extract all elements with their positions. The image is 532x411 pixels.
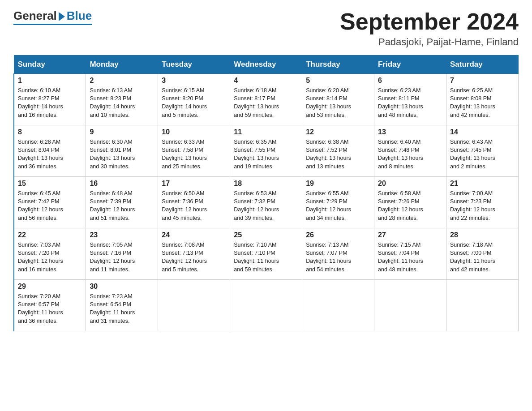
day-info: Sunrise: 6:20 AMSunset: 8:14 PMDaylight:… <box>306 86 370 119</box>
logo-underline <box>13 24 92 25</box>
day-info: Sunrise: 6:55 AMSunset: 7:29 PMDaylight:… <box>306 189 370 222</box>
calendar-week-row: 1 Sunrise: 6:10 AMSunset: 8:27 PMDayligh… <box>14 74 519 125</box>
day-info: Sunrise: 6:35 AMSunset: 7:55 PMDaylight:… <box>234 138 298 171</box>
day-info: Sunrise: 7:18 AMSunset: 7:00 PMDaylight:… <box>450 241 515 274</box>
col-saturday: Saturday <box>446 56 519 74</box>
day-info: Sunrise: 6:50 AMSunset: 7:36 PMDaylight:… <box>162 189 226 222</box>
col-tuesday: Tuesday <box>158 56 230 74</box>
day-info: Sunrise: 7:13 AMSunset: 7:07 PMDaylight:… <box>306 241 370 274</box>
table-row: 24 Sunrise: 7:08 AMSunset: 7:13 PMDaylig… <box>158 228 230 280</box>
table-row: 4 Sunrise: 6:18 AMSunset: 8:17 PMDayligh… <box>230 74 302 125</box>
day-number: 21 <box>450 180 515 188</box>
table-row: 19 Sunrise: 6:55 AMSunset: 7:29 PMDaylig… <box>302 177 374 228</box>
day-info: Sunrise: 6:18 AMSunset: 8:17 PMDaylight:… <box>234 86 298 119</box>
day-number: 16 <box>90 180 154 188</box>
table-row: 25 Sunrise: 7:10 AMSunset: 7:10 PMDaylig… <box>230 228 302 280</box>
table-row <box>302 280 374 331</box>
day-number: 18 <box>234 180 298 188</box>
table-row: 12 Sunrise: 6:38 AMSunset: 7:52 PMDaylig… <box>302 125 374 177</box>
table-row: 17 Sunrise: 6:50 AMSunset: 7:36 PMDaylig… <box>158 177 230 228</box>
table-row: 26 Sunrise: 7:13 AMSunset: 7:07 PMDaylig… <box>302 228 374 280</box>
day-number: 15 <box>18 180 82 188</box>
table-row: 8 Sunrise: 6:28 AMSunset: 8:04 PMDayligh… <box>14 125 86 177</box>
table-row: 2 Sunrise: 6:13 AMSunset: 8:23 PMDayligh… <box>86 74 158 125</box>
day-number: 4 <box>234 77 298 85</box>
day-number: 29 <box>18 283 82 291</box>
day-number: 1 <box>18 77 82 85</box>
day-info: Sunrise: 7:10 AMSunset: 7:10 PMDaylight:… <box>234 241 298 274</box>
table-row: 18 Sunrise: 6:53 AMSunset: 7:32 PMDaylig… <box>230 177 302 228</box>
day-number: 19 <box>306 180 370 188</box>
day-info: Sunrise: 7:03 AMSunset: 7:20 PMDaylight:… <box>18 241 82 274</box>
day-info: Sunrise: 6:23 AMSunset: 8:11 PMDaylight:… <box>378 86 442 119</box>
col-sunday: Sunday <box>14 56 86 74</box>
day-info: Sunrise: 6:58 AMSunset: 7:26 PMDaylight:… <box>378 189 442 222</box>
day-number: 11 <box>234 128 298 136</box>
day-info: Sunrise: 6:33 AMSunset: 7:58 PMDaylight:… <box>162 138 226 171</box>
page-header: General Blue September 2024 Padasjoki, P… <box>13 9 519 48</box>
day-number: 2 <box>90 77 154 85</box>
table-row: 20 Sunrise: 6:58 AMSunset: 7:26 PMDaylig… <box>374 177 446 228</box>
day-number: 7 <box>450 77 515 85</box>
calendar-title: September 2024 <box>340 9 519 34</box>
day-number: 23 <box>90 231 154 239</box>
table-row <box>446 280 519 331</box>
day-info: Sunrise: 6:40 AMSunset: 7:48 PMDaylight:… <box>378 138 442 171</box>
table-row: 3 Sunrise: 6:15 AMSunset: 8:20 PMDayligh… <box>158 74 230 125</box>
day-info: Sunrise: 6:28 AMSunset: 8:04 PMDaylight:… <box>18 138 82 171</box>
day-info: Sunrise: 6:30 AMSunset: 8:01 PMDaylight:… <box>90 138 154 171</box>
calendar-week-row: 22 Sunrise: 7:03 AMSunset: 7:20 PMDaylig… <box>14 228 519 280</box>
table-row: 30 Sunrise: 7:23 AMSunset: 6:54 PMDaylig… <box>86 280 158 331</box>
table-row <box>230 280 302 331</box>
day-info: Sunrise: 6:48 AMSunset: 7:39 PMDaylight:… <box>90 189 154 222</box>
day-number: 28 <box>450 231 515 239</box>
day-number: 27 <box>378 231 442 239</box>
day-number: 8 <box>18 128 82 136</box>
table-row: 28 Sunrise: 7:18 AMSunset: 7:00 PMDaylig… <box>446 228 519 280</box>
day-info: Sunrise: 6:25 AMSunset: 8:08 PMDaylight:… <box>450 86 515 119</box>
col-wednesday: Wednesday <box>230 56 302 74</box>
calendar-week-row: 15 Sunrise: 6:45 AMSunset: 7:42 PMDaylig… <box>14 177 519 228</box>
table-row: 1 Sunrise: 6:10 AMSunset: 8:27 PMDayligh… <box>14 74 86 125</box>
table-row: 6 Sunrise: 6:23 AMSunset: 8:11 PMDayligh… <box>374 74 446 125</box>
day-number: 17 <box>162 180 226 188</box>
logo-general-text: General <box>13 9 57 23</box>
calendar-week-row: 29 Sunrise: 7:20 AMSunset: 6:57 PMDaylig… <box>14 280 519 331</box>
day-number: 14 <box>450 128 515 136</box>
logo-blue-text: Blue <box>67 9 92 23</box>
day-info: Sunrise: 6:45 AMSunset: 7:42 PMDaylight:… <box>18 189 82 222</box>
day-info: Sunrise: 7:08 AMSunset: 7:13 PMDaylight:… <box>162 241 226 274</box>
table-row: 27 Sunrise: 7:15 AMSunset: 7:04 PMDaylig… <box>374 228 446 280</box>
day-number: 24 <box>162 231 226 239</box>
table-row: 7 Sunrise: 6:25 AMSunset: 8:08 PMDayligh… <box>446 74 519 125</box>
day-number: 5 <box>306 77 370 85</box>
table-row: 29 Sunrise: 7:20 AMSunset: 6:57 PMDaylig… <box>14 280 86 331</box>
logo-arrow-icon <box>59 12 65 21</box>
col-monday: Monday <box>86 56 158 74</box>
table-row: 13 Sunrise: 6:40 AMSunset: 7:48 PMDaylig… <box>374 125 446 177</box>
day-number: 20 <box>378 180 442 188</box>
day-info: Sunrise: 7:20 AMSunset: 6:57 PMDaylight:… <box>18 292 82 325</box>
day-number: 13 <box>378 128 442 136</box>
table-row: 21 Sunrise: 7:00 AMSunset: 7:23 PMDaylig… <box>446 177 519 228</box>
day-info: Sunrise: 6:15 AMSunset: 8:20 PMDaylight:… <box>162 86 226 119</box>
day-number: 12 <box>306 128 370 136</box>
calendar-subtitle: Padasjoki, Paijat-Hame, Finland <box>340 36 519 48</box>
table-row <box>374 280 446 331</box>
day-number: 25 <box>234 231 298 239</box>
table-row: 22 Sunrise: 7:03 AMSunset: 7:20 PMDaylig… <box>14 228 86 280</box>
calendar-week-row: 8 Sunrise: 6:28 AMSunset: 8:04 PMDayligh… <box>14 125 519 177</box>
day-info: Sunrise: 6:43 AMSunset: 7:45 PMDaylight:… <box>450 138 515 171</box>
table-row: 5 Sunrise: 6:20 AMSunset: 8:14 PMDayligh… <box>302 74 374 125</box>
day-number: 9 <box>90 128 154 136</box>
title-block: September 2024 Padasjoki, Paijat-Hame, F… <box>340 9 519 48</box>
day-number: 30 <box>90 283 154 291</box>
day-info: Sunrise: 7:00 AMSunset: 7:23 PMDaylight:… <box>450 189 515 222</box>
table-row <box>158 280 230 331</box>
col-friday: Friday <box>374 56 446 74</box>
day-info: Sunrise: 6:10 AMSunset: 8:27 PMDaylight:… <box>18 86 82 119</box>
day-info: Sunrise: 6:53 AMSunset: 7:32 PMDaylight:… <box>234 189 298 222</box>
table-row: 16 Sunrise: 6:48 AMSunset: 7:39 PMDaylig… <box>86 177 158 228</box>
table-row: 10 Sunrise: 6:33 AMSunset: 7:58 PMDaylig… <box>158 125 230 177</box>
day-info: Sunrise: 7:15 AMSunset: 7:04 PMDaylight:… <box>378 241 442 274</box>
